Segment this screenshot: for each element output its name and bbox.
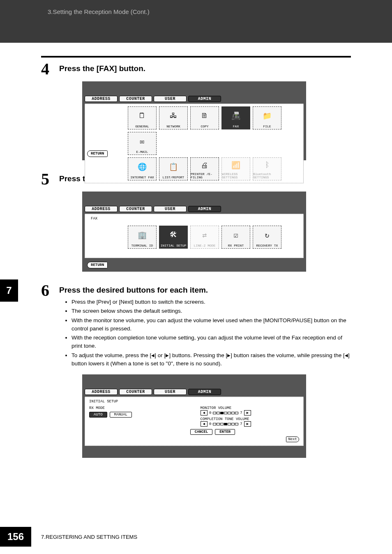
completion-volume-label: COMPLETION TONE VOLUME <box>201 417 300 421</box>
screenshot-initial-setup: ADDRESS COUNTER USER ADMIN INITIAL SETUP… <box>82 374 306 458</box>
terminal-id-icon: 🏢 <box>138 226 147 244</box>
step-6: 6 Press the desired buttons for each ite… <box>41 282 351 369</box>
general-icon: 🗒 <box>138 107 146 125</box>
list-item: The screen below shows the default setti… <box>71 307 351 315</box>
list-report-icon: 📋 <box>169 158 178 175</box>
tab-row: ADDRESS COUNTER USER ADMIN <box>82 96 306 102</box>
line2-mode-button[interactable]: ⇄LINE-2 MODE <box>190 226 219 249</box>
rx-print-icon: ☑ <box>234 226 238 244</box>
monitor-volume-label: MONITOR VOLUME <box>201 406 300 410</box>
recovery-tx-icon: ↻ <box>265 226 270 244</box>
scale-high: 7 <box>240 411 242 415</box>
tab-admin[interactable]: ADMIN <box>188 96 221 102</box>
fax-button[interactable]: 📠FAX <box>221 106 250 129</box>
rx-manual-button[interactable]: MANUAL <box>110 412 132 418</box>
tab-user[interactable]: USER <box>154 96 187 102</box>
scale-low: 0 <box>209 411 211 415</box>
panel: INITIAL SETUP RX MODE AUTO MANUAL MONITO… <box>85 397 304 446</box>
tab-counter[interactable]: COUNTER <box>119 389 152 395</box>
rx-mode-label: RX MODE <box>89 406 188 410</box>
step-title: Press the [FAX] button. <box>59 64 351 73</box>
bluetooth-icon: ᛒ <box>265 158 270 173</box>
completion-volume-control: ◀ 0 7 ▶ <box>201 421 300 427</box>
tab-admin[interactable]: ADMIN <box>188 206 221 212</box>
list-item: To adjust the volume, press the [◀] or [… <box>71 351 351 368</box>
step-number: 4 <box>41 61 58 77</box>
panel: FAX 🏢TERMINAL ID 🛠INITIAL SETUP ⇄LINE-2 … <box>85 214 304 258</box>
page-header: 3.Setting the Reception Mode (Cont.) <box>0 0 392 43</box>
context-label: FAX <box>91 217 97 221</box>
volume-bar <box>213 412 238 414</box>
initial-setup-icon: 🛠 <box>170 226 177 244</box>
tab-user[interactable]: USER <box>154 206 187 212</box>
internet-fax-icon: 🌐 <box>138 158 147 175</box>
screenshot-admin-menu: ADDRESS COUNTER USER ADMIN 🗒GENERAL 🖧NET… <box>82 81 306 160</box>
step-4: 4 Press the [FAX] button. <box>41 61 351 77</box>
volume-up-button[interactable]: ▶ <box>244 421 251 427</box>
tab-row: ADDRESS COUNTER USER ADMIN <box>82 389 306 395</box>
tab-counter[interactable]: COUNTER <box>119 206 152 212</box>
wireless-button[interactable]: 📶WIRELESS SETTINGS <box>221 157 250 180</box>
panel: 🗒GENERAL 🖧NETWORK 🗎COPY 📠FAX 📁FILE ✉E-MA… <box>85 104 304 183</box>
enter-button[interactable]: ENTER <box>215 429 235 435</box>
general-button[interactable]: 🗒GENERAL <box>128 106 157 129</box>
tab-counter[interactable]: COUNTER <box>119 96 152 102</box>
recovery-tx-button[interactable]: ↻RECOVERY TX <box>253 226 281 249</box>
tab-address[interactable]: ADDRESS <box>85 96 118 102</box>
step-number: 6 <box>41 282 58 299</box>
list-item: With the monitor tone volume, you can ad… <box>71 316 351 333</box>
bluetooth-button[interactable]: ᛒBluetooth SETTINGS <box>253 157 281 180</box>
screenshot-fax-menu: ADDRESS COUNTER USER ADMIN FAX 🏢TERMINAL… <box>82 192 306 272</box>
scale-high: 7 <box>240 422 242 426</box>
cancel-button[interactable]: CANCEL <box>190 429 212 435</box>
tab-address[interactable]: ADDRESS <box>85 389 118 395</box>
tab-address[interactable]: ADDRESS <box>85 206 118 212</box>
fax-icon: 📠 <box>231 107 240 125</box>
tab-admin[interactable]: ADMIN <box>188 389 221 395</box>
context-label: INITIAL SETUP <box>89 399 299 404</box>
rx-auto-button[interactable]: AUTO <box>89 412 107 418</box>
volume-up-button[interactable]: ▶ <box>244 410 251 416</box>
breadcrumb: 3.Setting the Reception Mode (Cont.) <box>48 8 150 15</box>
return-button[interactable]: RETURN <box>87 262 108 268</box>
volume-down-button[interactable]: ◀ <box>201 421 208 427</box>
volume-bar <box>213 423 238 425</box>
volume-down-button[interactable]: ◀ <box>201 410 208 416</box>
list-item: With the reception completion tone volum… <box>71 334 351 351</box>
line2-icon: ⇄ <box>203 226 207 244</box>
step-number: 5 <box>41 171 58 187</box>
file-button[interactable]: 📁FILE <box>253 106 281 129</box>
copy-button[interactable]: 🗎COPY <box>190 106 219 129</box>
page-number: 156 <box>0 527 31 547</box>
section-rule <box>41 56 351 58</box>
printer-efiling-button[interactable]: 🖨PRINTER /E-FILING <box>190 157 219 180</box>
wireless-icon: 📶 <box>231 158 240 173</box>
tab-user[interactable]: USER <box>154 389 187 395</box>
rx-print-button[interactable]: ☑RX PRINT <box>221 226 250 249</box>
copy-icon: 🗎 <box>201 107 208 125</box>
printer-icon: 🖨 <box>201 158 208 173</box>
page-footer: 156 7.REGISTERING AND SETTING ITEMS <box>0 519 392 554</box>
initial-setup-button[interactable]: 🛠INITIAL SETUP <box>159 226 188 249</box>
triangle-left-icon: ◀ <box>345 352 348 358</box>
tab-row: ADDRESS COUNTER USER ADMIN <box>82 206 306 212</box>
email-icon: ✉ <box>140 132 145 150</box>
instruction-list: Press the [Prev] or [Next] button to swi… <box>71 298 351 368</box>
network-button[interactable]: 🖧NETWORK <box>159 106 188 129</box>
step-title: Press the desired buttons for each item. <box>59 286 351 295</box>
list-item: Press the [Prev] or [Next] button to swi… <box>71 298 351 306</box>
next-button[interactable]: Next <box>286 436 299 442</box>
monitor-volume-control: ◀ 0 7 ▶ <box>201 410 300 416</box>
list-report-button[interactable]: 📋LIST/REPORT <box>159 157 188 180</box>
return-button[interactable]: RETURN <box>87 150 108 157</box>
footer-text: 7.REGISTERING AND SETTING ITEMS <box>41 534 137 540</box>
internet-fax-button[interactable]: 🌐INTERNET FAX <box>128 157 157 180</box>
network-icon: 🖧 <box>170 107 177 125</box>
file-icon: 📁 <box>263 107 272 125</box>
scale-low: 0 <box>209 422 211 426</box>
chapter-tab: 7 <box>0 279 18 302</box>
terminal-id-button[interactable]: 🏢TERMINAL ID <box>128 226 157 249</box>
email-button[interactable]: ✉E-MAIL <box>128 132 157 155</box>
